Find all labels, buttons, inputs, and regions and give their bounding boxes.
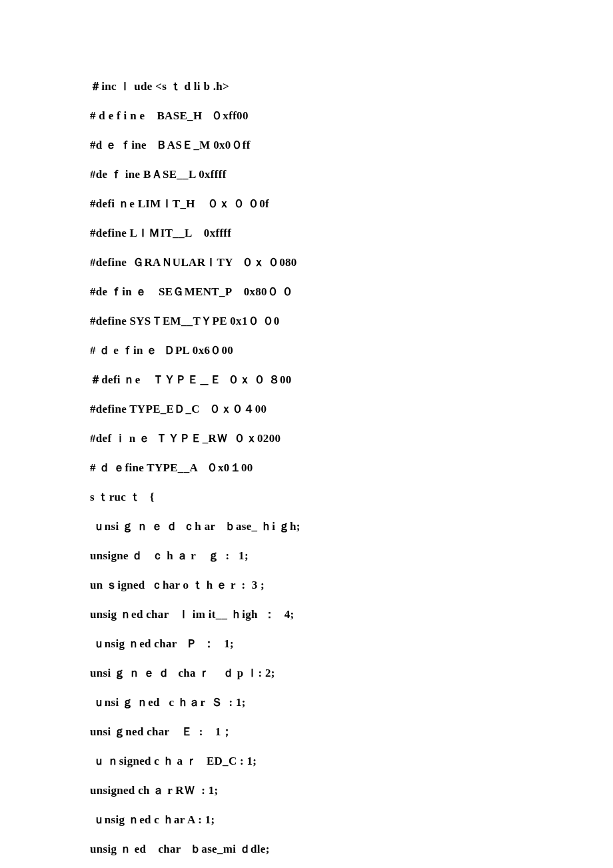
code-line: #de ｆin ｅ SEＧMENT_P 0x80０ ０ (90, 284, 523, 299)
code-line: ｕnsi ｇ ｎ ｅ ｄ ｃh ar ｂase_ ｈi ｇh; (90, 519, 523, 534)
code-line: unsigne ｄ ｃ h ａ r ｇ : 1; (90, 548, 523, 563)
code-line: #define SYSＴEM__TＹPE 0x1０ ０0 (90, 313, 523, 329)
code-line: #def ｉ n ｅ ＴＹＰＥ_RＷ ０ｘ0200 (90, 431, 523, 446)
code-line: ＃inc ｌ ude <s ｔ d li b .h> (90, 79, 523, 94)
code-line: unsig ｎ ed char ｂase_mi ｄdle; (90, 841, 523, 857)
code-line: # ｄ e ｆin ｅ ＤPL 0x6０00 (90, 343, 523, 358)
code-line: #define LＩＭIT__L 0xffff (90, 225, 523, 241)
code-line: ｕnsi ｇ ｎed c ｈａr Ｓ : 1; (90, 695, 523, 710)
code-line: ｕ ｎsigned c ｈ a ｒ ED_C : 1; (90, 753, 523, 769)
code-line: #define ＧRAＮULARＩTY ０ｘ ０080 (90, 255, 523, 270)
code-line: unsi ｇ ｎ ｅ ｄ cha ｒ ｄ p ｌ: 2; (90, 665, 523, 681)
code-line: unsi ｇned char Ｅ : 1； (90, 724, 523, 739)
code-line: ｕnsig ｎed char Ｐ ： 1; (90, 636, 523, 651)
code-line: # d e f i n e BASE_H ０xff00 (90, 108, 523, 123)
code-line: un ｓigned ｃhar o ｔ h ｅ r : 3 ; (90, 577, 523, 593)
code-line: #define TYPE_EＤ_C ０ｘ０４00 (90, 401, 523, 417)
code-line: #defi ｎe LIMＩT_H ０ｘ ０ ０0f (90, 196, 523, 211)
code-line: unsig ｎed char ｌ im it__ ｈigh ： 4; (90, 607, 523, 622)
code-line: #de ｆ ine BＡSE__L 0xffff (90, 167, 523, 182)
code-line: s ｔruc ｔ { (90, 489, 523, 505)
code-line: # ｄ ｅfine TYPE__A ０x0１00 (90, 460, 523, 475)
code-line: #d ｅ ｆine ＢASＥ_M 0x0０ff (90, 137, 523, 153)
code-line: ｕnsig ｎed c ｈar A : 1; (90, 812, 523, 827)
document-page: ＃inc ｌ ude <s ｔ d li b .h> # d e f i n e… (0, 0, 613, 868)
code-line: ＃defi ｎe ＴＹＰＥ＿Ｅ ０ｘ ０ ８00 (90, 372, 523, 387)
code-line: unsigned ch ａ r RＷ : 1; (90, 783, 523, 798)
